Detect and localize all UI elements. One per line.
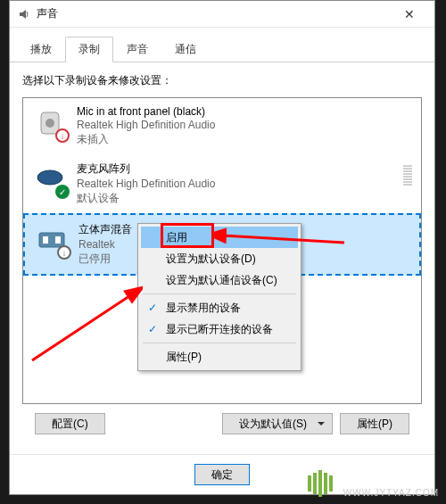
- svg-rect-6: [55, 236, 61, 244]
- instruction-text: 选择以下录制设备来修改设置：: [22, 73, 422, 88]
- menu-separator: [143, 343, 296, 343]
- default-badge: ✓: [55, 185, 70, 199]
- device-name: Mic in at front panel (black): [77, 105, 215, 118]
- menu-set-default-comm[interactable]: 设置为默认通信设备(C): [141, 269, 298, 291]
- menu-properties[interactable]: 属性(P): [141, 346, 298, 368]
- close-icon: ✕: [404, 7, 415, 21]
- tab-playback[interactable]: 播放: [17, 37, 65, 62]
- svg-rect-13: [329, 475, 333, 492]
- configure-button[interactable]: 配置(C): [35, 413, 105, 434]
- tab-recording[interactable]: 录制: [65, 37, 113, 62]
- disabled-badge: ↓: [57, 245, 71, 260]
- svg-rect-5: [43, 236, 48, 244]
- device-name: 麦克风阵列: [77, 161, 215, 177]
- menu-set-default[interactable]: 设置为默认设备(D): [141, 248, 298, 269]
- device-name: 立体声混音: [78, 222, 132, 237]
- window-title: 声音: [37, 6, 392, 21]
- svg-rect-12: [324, 473, 327, 494]
- mic-jack-icon: ↓: [32, 105, 68, 141]
- svg-point-1: [45, 119, 54, 128]
- tab-communications[interactable]: 通信: [161, 37, 210, 62]
- context-menu: 启用 设置为默认设备(D) 设置为默认通信设备(C) ✓显示禁用的设备 ✓显示已…: [137, 223, 301, 371]
- svg-rect-10: [313, 473, 317, 494]
- watermark: 天源安卓网 WWW.JYTYAZ.COM: [306, 468, 439, 499]
- menu-separator: [143, 293, 296, 294]
- device-desc: Realtek High Definition Audio: [77, 119, 215, 131]
- close-button[interactable]: ✕: [392, 2, 427, 27]
- device-status: 默认设备: [77, 191, 215, 206]
- titlebar: 声音 ✕: [10, 1, 434, 28]
- svg-rect-11: [318, 470, 322, 497]
- watermark-title: 天源安卓网: [343, 469, 439, 488]
- check-icon: ✓: [148, 302, 157, 314]
- device-info: Mic in at front panel (black) Realtek Hi…: [77, 105, 215, 147]
- menu-enable[interactable]: 启用: [141, 227, 298, 248]
- menu-show-disabled[interactable]: ✓显示禁用的设备: [141, 297, 298, 318]
- device-status: 未插入: [77, 132, 215, 147]
- menu-show-disconnected[interactable]: ✓显示已断开连接的设备: [141, 318, 298, 340]
- watermark-logo-icon: [306, 468, 336, 499]
- device-mic-array[interactable]: ✓ 麦克风阵列 Realtek High Definition Audio 默认…: [23, 154, 421, 213]
- mic-array-icon: ✓: [32, 161, 68, 197]
- tabs: 播放 录制 声音 通信: [10, 31, 434, 62]
- unplugged-badge: ↓: [55, 128, 70, 143]
- properties-button[interactable]: 属性(P): [340, 413, 409, 434]
- set-default-button[interactable]: 设为默认值(S): [222, 413, 333, 434]
- speaker-icon: [17, 7, 31, 21]
- device-info: 麦克风阵列 Realtek High Definition Audio 默认设备: [77, 161, 215, 206]
- device-info: 立体声混音 Realtek 已停用: [78, 222, 132, 267]
- device-desc: Realtek High Definition Audio: [77, 178, 215, 190]
- ok-button[interactable]: 确定: [194, 464, 250, 485]
- device-mic-front[interactable]: ↓ Mic in at front panel (black) Realtek …: [23, 98, 421, 154]
- device-buttons: 配置(C) 设为默认值(S) 属性(P): [22, 404, 422, 443]
- watermark-url: WWW.JYTYAZ.COM: [343, 488, 439, 498]
- device-status: 已停用: [78, 252, 132, 267]
- check-icon: ✓: [148, 323, 157, 335]
- level-meter: [403, 165, 412, 186]
- stereo-mix-icon: ↓: [34, 222, 70, 258]
- svg-rect-9: [308, 475, 311, 492]
- tab-sounds[interactable]: 声音: [113, 37, 161, 62]
- device-desc: Realtek: [78, 238, 132, 251]
